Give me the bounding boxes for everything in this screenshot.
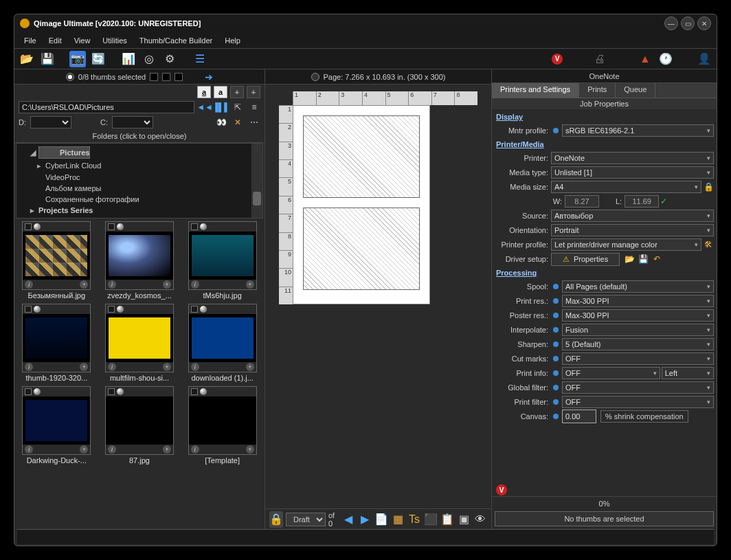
menu-help[interactable]: Help	[219, 34, 246, 47]
maximize-button[interactable]: ▭	[681, 16, 695, 30]
binoculars-icon[interactable]: 👀	[215, 116, 227, 128]
lock-icon[interactable]: 🔒	[269, 511, 283, 528]
page-icon[interactable]: 📄	[374, 511, 388, 528]
driver-save-icon[interactable]: 💾	[638, 254, 649, 265]
printfilter-select[interactable]: OFF	[562, 396, 714, 408]
print-placeholder-2[interactable]	[303, 208, 420, 290]
thumb-add-8[interactable]: +	[246, 445, 254, 453]
close-button[interactable]: ✕	[697, 16, 711, 30]
profile-tools-icon[interactable]: 🛠	[703, 239, 714, 250]
sharpen-select[interactable]: 5 (Default)	[562, 338, 714, 350]
thumb-check-2[interactable]	[191, 223, 198, 230]
nav-back-icon[interactable]: ◄◄	[199, 101, 211, 113]
thumbnail-6[interactable]: i+ Darkwing-Duck-...	[17, 386, 96, 464]
thumb-check-4[interactable]	[108, 306, 115, 313]
mediatype-select[interactable]: Unlisted [1]	[551, 166, 714, 179]
list-icon[interactable]: ☰	[192, 51, 208, 67]
mntr-select[interactable]: sRGB IEC61966-2.1	[562, 124, 714, 137]
clock-icon[interactable]: 🕐	[657, 51, 674, 67]
thumbnail-2[interactable]: i+ tMs6hju.jpg	[183, 221, 262, 300]
width-input[interactable]	[565, 195, 599, 208]
layout-icon[interactable]: ▦	[391, 511, 405, 528]
folder-cyberlink[interactable]: CyberLink Cloud	[45, 161, 101, 170]
printerprofile-select[interactable]: Let printer/driver manage color	[551, 238, 701, 251]
thumb-info-1[interactable]: i	[108, 280, 116, 289]
folder-pictures[interactable]: Pictures	[38, 146, 90, 159]
camera-icon[interactable]: 📷	[69, 51, 86, 67]
path-input[interactable]	[19, 101, 194, 113]
printinfo-select[interactable]: OFF	[562, 367, 660, 379]
thumb-add-3[interactable]: +	[80, 363, 88, 371]
menu-utilities[interactable]: Utilities	[97, 34, 132, 47]
folder-projects[interactable]: Projects Series	[38, 206, 93, 214]
print-icon[interactable]: 🖨	[592, 51, 608, 67]
globalfilter-select[interactable]: OFF	[562, 381, 714, 394]
tools-icon[interactable]: ✕	[232, 116, 244, 128]
thumb-info-2[interactable]: i	[191, 280, 199, 289]
nav-fwd-icon[interactable]: ▐▌▌	[215, 101, 227, 113]
thumbnail-7[interactable]: i+ 87.jpg	[100, 386, 179, 464]
view-mode-a[interactable]	[150, 73, 158, 81]
thumb-info-0[interactable]: i	[25, 280, 33, 289]
drive-d-select[interactable]	[30, 116, 71, 128]
next-page-icon[interactable]: ▶	[358, 511, 372, 528]
nav-up-icon[interactable]: ⇱	[232, 101, 244, 113]
canvas-input[interactable]	[562, 410, 596, 423]
thumb-add-7[interactable]: +	[163, 445, 171, 453]
target-icon[interactable]: ◎	[141, 51, 157, 67]
nav-list-icon[interactable]: ≡	[248, 101, 260, 113]
orientation-select[interactable]: Portrait	[551, 224, 714, 236]
a-button[interactable]: a	[214, 86, 227, 98]
a-underline-button[interactable]: a	[197, 86, 211, 98]
print-placeholder-1[interactable]	[303, 115, 420, 198]
tab-prints[interactable]: Prints	[579, 83, 616, 98]
spool-select[interactable]: All Pages (default)	[562, 280, 714, 293]
thumb-add-0[interactable]: +	[80, 280, 88, 289]
page-toggle-icon[interactable]	[311, 73, 319, 81]
folder-saved[interactable]: Сохраненные фотографии	[45, 195, 139, 203]
folder-album[interactable]: Альбом камеры	[45, 184, 101, 192]
interpolate-select[interactable]: Fusion	[562, 324, 714, 336]
printres-select[interactable]: Max-300 PPI	[562, 295, 714, 307]
thumb-info-3[interactable]: i	[25, 363, 33, 371]
thumb-info-6[interactable]: i	[25, 445, 33, 453]
mediasize-select[interactable]: A4	[551, 181, 701, 193]
save-icon[interactable]: 💾	[39, 51, 56, 67]
thumbnail-8[interactable]: i+ [Template]	[183, 386, 262, 464]
thumb-add-6[interactable]: +	[80, 445, 88, 453]
stack-icon[interactable]: ▣	[457, 511, 471, 528]
thumb-check-1[interactable]	[108, 223, 115, 230]
view-mode-c[interactable]	[175, 73, 183, 81]
printer-select[interactable]: OneNote	[551, 152, 714, 164]
thumb-add-2[interactable]: +	[246, 280, 254, 289]
length-input[interactable]	[625, 195, 659, 208]
more-icon[interactable]: ⋯	[248, 116, 260, 128]
thumbnail-4[interactable]: i+ multfilm-shou-si...	[100, 304, 179, 382]
ruler-icon[interactable]: 📊	[120, 51, 137, 67]
thumb-check-3[interactable]	[25, 306, 32, 313]
prev-page-icon[interactable]: ◀	[341, 511, 355, 528]
plus-button-2[interactable]: +	[247, 86, 260, 98]
thumb-check-5[interactable]	[191, 306, 198, 313]
tab-printers-settings[interactable]: Printers and Settings	[492, 83, 579, 98]
crop-icon[interactable]: ⬛	[424, 511, 438, 528]
menu-edit[interactable]: Edit	[43, 34, 67, 47]
copy-icon[interactable]: 📋	[440, 511, 454, 528]
thumbnail-3[interactable]: i+ thumb-1920-320...	[17, 304, 96, 382]
page-preview[interactable]	[293, 105, 430, 304]
posterres-select[interactable]: Max-300 PPI	[562, 309, 714, 322]
thumb-add-1[interactable]: +	[163, 280, 171, 289]
thumb-check-6[interactable]	[25, 388, 32, 395]
source-select[interactable]: Автовыбор	[551, 210, 714, 222]
menu-thumb-cache[interactable]: Thumb/Cache Builder	[134, 34, 218, 47]
flame-icon[interactable]: ▲	[637, 51, 653, 67]
cutmarks-select[interactable]: OFF	[562, 352, 714, 365]
select-toggle-icon[interactable]	[66, 73, 74, 81]
driver-undo-icon[interactable]: ↶	[651, 254, 662, 265]
thumb-info-4[interactable]: i	[108, 363, 116, 371]
drive-c-select[interactable]	[112, 116, 153, 128]
thumb-check-7[interactable]	[108, 388, 115, 395]
arrow-right-icon[interactable]: ➔	[205, 71, 213, 82]
menu-file[interactable]: File	[19, 34, 42, 47]
refresh-icon[interactable]: 🔄	[90, 51, 106, 67]
